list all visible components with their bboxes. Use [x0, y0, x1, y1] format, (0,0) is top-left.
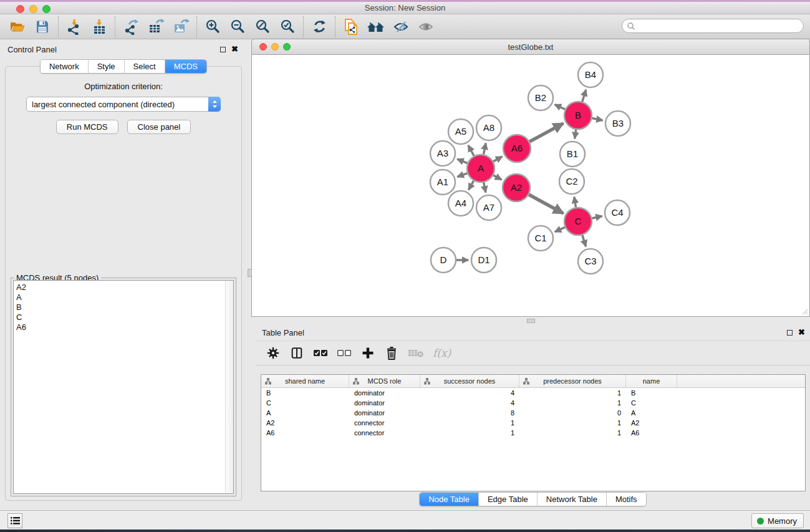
tab-network[interactable]: Network	[41, 60, 89, 73]
column-header-successor-nodes[interactable]: successor nodes	[420, 375, 519, 387]
criterion-dropdown[interactable]: largest connected component (directed)	[26, 97, 221, 112]
graph-edge-A-A4[interactable]	[468, 181, 473, 190]
table-row[interactable]: Bdominator41B	[261, 388, 805, 398]
search-box[interactable]	[622, 19, 804, 33]
show-all-networks-button[interactable]	[364, 16, 388, 38]
network-canvas[interactable]: B4B2BB3B1A5A8A6A3AA1C2A4A7A2CC4C1C3DD1	[251, 55, 810, 317]
table-cell[interactable]: 1	[420, 418, 519, 428]
graph-node-C4[interactable]: C4	[605, 200, 630, 225]
mcds-result-item[interactable]: A	[16, 293, 224, 302]
add-column-button[interactable]	[360, 344, 375, 362]
graph-node-A7[interactable]: A7	[476, 195, 501, 220]
network-close-icon[interactable]	[259, 43, 267, 51]
result-list-scrollbar[interactable]	[225, 281, 233, 493]
graph-edge-A-A8[interactable]	[484, 143, 486, 155]
duplicate-network-button[interactable]	[339, 16, 364, 38]
close-panel-icon[interactable]: ✖	[231, 46, 238, 52]
tab-motifs[interactable]: Motifs	[607, 493, 646, 506]
graph-edge-C-C4[interactable]	[592, 216, 602, 218]
close-panel-button[interactable]: Close panel	[127, 120, 191, 134]
table-cell[interactable]: 0	[519, 408, 626, 418]
graph-node-A[interactable]: A	[467, 155, 494, 182]
tab-select[interactable]: Select	[125, 60, 165, 73]
graph-edge-C-C3[interactable]	[582, 235, 586, 246]
graph-node-A3[interactable]: A3	[430, 141, 455, 166]
graph-edge-A-A6[interactable]	[493, 157, 502, 162]
mcds-result-item[interactable]: A2	[16, 283, 224, 293]
table-cell[interactable]: A	[261, 408, 349, 418]
table-row[interactable]: Cdominator41C	[261, 398, 805, 408]
window-resize-grip[interactable]	[801, 307, 808, 315]
table-cell[interactable]: C	[261, 398, 349, 408]
zoom-out-button[interactable]	[225, 16, 250, 38]
graph-node-C[interactable]: C	[564, 208, 592, 235]
network-window-titlebar[interactable]: testGlobe.txt	[251, 39, 810, 55]
close-window-icon[interactable]	[16, 5, 24, 13]
column-header-shared-name[interactable]: shared name	[261, 375, 349, 387]
deselect-all-button[interactable]	[337, 344, 352, 362]
table-cell[interactable]: 1	[519, 428, 626, 438]
graph-edge-A-A7[interactable]	[484, 183, 486, 193]
table-cell[interactable]: A2	[261, 418, 349, 428]
export-image-button[interactable]	[168, 16, 193, 38]
graph-edge-B-B1[interactable]	[575, 130, 576, 138]
table-cell[interactable]: dominator	[349, 388, 420, 398]
show-graphics-details-button[interactable]	[413, 16, 438, 38]
column-header-name[interactable]: name	[626, 375, 677, 387]
delete-table-button[interactable]	[408, 344, 424, 362]
graph-node-D1[interactable]: D1	[471, 248, 496, 273]
graph-node-B[interactable]: B	[564, 102, 592, 129]
table-row[interactable]: A2connector11A2	[261, 418, 805, 428]
graph-node-A1[interactable]: A1	[430, 170, 455, 195]
graph-edge-A-A1[interactable]	[458, 173, 468, 177]
zoom-selected-button[interactable]	[275, 16, 300, 38]
table-cell[interactable]: 1	[519, 388, 626, 398]
table-cell[interactable]: A6	[261, 428, 349, 438]
graph-edge-C-C2[interactable]	[574, 197, 576, 208]
memory-button[interactable]: Memory	[751, 513, 804, 528]
zoom-in-button[interactable]	[200, 16, 225, 38]
import-network-button[interactable]	[62, 16, 87, 38]
table-cell[interactable]: connector	[349, 428, 420, 438]
table-cell[interactable]: A	[626, 408, 677, 418]
run-mcds-button[interactable]: Run MCDS	[56, 120, 118, 134]
graph-node-A6[interactable]: A6	[503, 135, 531, 162]
graph-node-B4[interactable]: B4	[578, 62, 603, 87]
refresh-view-button[interactable]	[307, 16, 332, 38]
vertical-splitter-handle[interactable]	[527, 319, 535, 323]
graph-edge-A-A2[interactable]	[493, 175, 501, 180]
table-row[interactable]: A6connector11A6	[261, 428, 805, 438]
table-cell[interactable]: C	[626, 398, 677, 408]
delete-column-button[interactable]	[384, 344, 399, 362]
graph-node-C3[interactable]: C3	[578, 249, 603, 274]
tab-edge-table[interactable]: Edge Table	[479, 493, 538, 506]
tab-network-table[interactable]: Network Table	[538, 493, 607, 506]
show-columns-button[interactable]	[289, 344, 304, 362]
table-cell[interactable]: 4	[420, 398, 519, 408]
column-header-predecessor-nodes[interactable]: predecessor nodes	[519, 375, 626, 387]
network-minimize-icon[interactable]	[271, 43, 279, 51]
import-table-button[interactable]	[87, 16, 112, 38]
graph-edge-B-B2[interactable]	[555, 105, 566, 110]
table-cell[interactable]: 1	[519, 418, 626, 428]
zoom-fit-button[interactable]	[250, 16, 275, 38]
graph-node-A4[interactable]: A4	[448, 191, 473, 216]
table-options-button[interactable]	[266, 344, 281, 362]
graph-node-B2[interactable]: B2	[528, 85, 553, 110]
mcds-result-item[interactable]: C	[16, 312, 224, 322]
graph-node-A5[interactable]: A5	[448, 119, 473, 144]
graph-node-D[interactable]: D	[431, 248, 456, 273]
export-network-button[interactable]	[118, 16, 143, 38]
table-cell[interactable]: 8	[420, 408, 519, 418]
table-row[interactable]: Adominator80A	[261, 408, 805, 418]
table-cell[interactable]: 1	[519, 398, 626, 408]
table-cell[interactable]: 1	[420, 428, 519, 438]
graph-edge-B-B4[interactable]	[582, 90, 586, 102]
graph-edge-A-A5[interactable]	[468, 145, 474, 156]
graph-edge-A2-C[interactable]	[529, 195, 563, 213]
task-history-button[interactable]	[7, 513, 22, 528]
tab-style[interactable]: Style	[89, 60, 125, 73]
float-table-panel-icon[interactable]	[787, 330, 793, 336]
graph-node-C2[interactable]: C2	[559, 169, 584, 194]
column-header-MCDS-role[interactable]: MCDS role	[349, 375, 420, 387]
